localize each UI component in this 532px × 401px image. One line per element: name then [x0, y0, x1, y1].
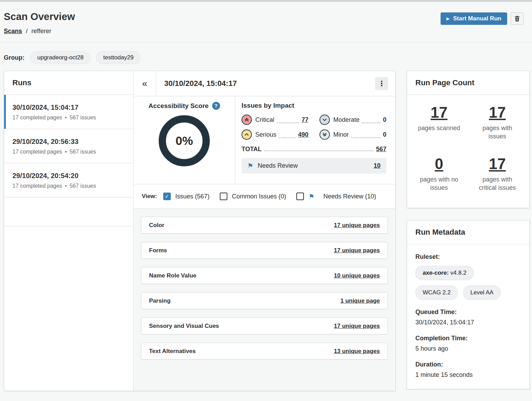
- breadcrumb-separator: /: [26, 28, 28, 35]
- collapse-runs-button[interactable]: «: [134, 71, 156, 96]
- duration-field: Duration: 1 minute 15 seconds: [415, 361, 521, 379]
- dotted-leader: [352, 137, 380, 138]
- stat-label: pages scanned: [415, 124, 464, 132]
- view-option-needs-review[interactable]: ⚑ Needs Review (10): [296, 193, 376, 200]
- run-item-summary: 17 completed pages • 567 issues: [12, 149, 125, 155]
- delete-scan-button[interactable]: [511, 12, 524, 25]
- run-page-count-title: Run Page Count: [407, 71, 529, 95]
- run-list-item[interactable]: 30/10/2024, 15:04:17 17 completed pages …: [4, 95, 133, 129]
- ruleset-label: Ruleset:: [415, 253, 521, 261]
- header-actions: ▶ Start Manual Run: [441, 12, 524, 25]
- main-content: Runs 30/10/2024, 15:04:17 17 completed p…: [4, 71, 524, 391]
- flag-icon: ⚑: [308, 193, 314, 200]
- category-pages-link[interactable]: 10 unique pages: [334, 272, 380, 279]
- category-label: Color: [149, 222, 164, 229]
- run-item-summary: 17 completed pages • 567 issues: [12, 115, 125, 121]
- runs-list-end-divider: [4, 197, 133, 226]
- run-item-date: 29/10/2024, 20:54:20: [12, 172, 125, 180]
- breadcrumb-scans-link[interactable]: Scans: [4, 28, 22, 35]
- needs-review-count-link[interactable]: 10: [374, 162, 381, 169]
- stat-value-link[interactable]: 17: [489, 155, 506, 173]
- run-detail-header: « 30/10/2024, 15:04:17 ⋮: [134, 71, 395, 96]
- run-list-item[interactable]: 29/10/2024, 20:54:20 17 completed pages …: [4, 163, 133, 197]
- moderate-severity-icon: [319, 115, 330, 125]
- dotted-leader: [264, 150, 373, 151]
- view-option-common-issues[interactable]: Common Issues (0): [220, 193, 286, 200]
- help-icon[interactable]: ?: [212, 102, 220, 110]
- breadcrumb-current: refferer: [31, 28, 51, 35]
- total-row: TOTAL 567: [242, 146, 386, 153]
- impact-row-minor: Minor 0: [319, 129, 386, 140]
- run-item-date: 29/10/2024, 20:56:33: [12, 138, 125, 146]
- ruleset-chip-version: v4.8.2: [451, 270, 466, 276]
- header-divider: [0, 42, 532, 42]
- checkmark-icon: ✓: [165, 193, 169, 199]
- serious-count-link[interactable]: 490: [298, 131, 308, 138]
- ruleset-chip-text: Level AA: [470, 289, 493, 296]
- queued-time-label: Queued Time:: [415, 309, 521, 316]
- scan-panel: Runs 30/10/2024, 15:04:17 17 completed p…: [4, 71, 396, 391]
- impact-label: Critical: [255, 116, 274, 124]
- impact-row-critical: Critical 77: [242, 115, 308, 125]
- critical-count-link[interactable]: 77: [302, 116, 308, 124]
- category-pages-link[interactable]: 1 unique page: [341, 297, 380, 304]
- category-row-color: Color 17 unique pages: [141, 217, 388, 234]
- category-label: Forms: [149, 247, 167, 254]
- category-label: Text Alternatives: [149, 348, 196, 355]
- group-chip[interactable]: testtoday29: [96, 51, 140, 64]
- score-donut: 0%: [159, 115, 210, 166]
- ruleset-chip-level: Level AA: [463, 285, 501, 300]
- category-row-forms: Forms 17 unique pages: [141, 242, 388, 259]
- kebab-icon: ⋮: [378, 80, 385, 87]
- checkbox-common-issues[interactable]: [220, 193, 227, 200]
- stat-value-link[interactable]: 17: [489, 104, 506, 121]
- trash-icon: [514, 16, 520, 22]
- total-count-link[interactable]: 567: [376, 146, 386, 153]
- run-item-summary: 17 completed pages • 567 issues: [12, 183, 125, 189]
- play-icon: ▶: [446, 17, 450, 21]
- bullet-separator: •: [65, 149, 67, 155]
- accessibility-score-section: Accessibility Score ? 0%: [134, 96, 235, 184]
- stat-value-link[interactable]: 0: [435, 155, 443, 173]
- category-label: Parsing: [149, 297, 170, 304]
- needs-review-label: Needs Review: [258, 162, 298, 169]
- stat-label: pages with critical issues: [473, 175, 522, 192]
- ruleset-chip-text: WCAG 2.2: [423, 289, 451, 296]
- checkbox-issues[interactable]: ✓: [163, 193, 171, 200]
- duration-value: 1 minute 15 seconds: [415, 371, 521, 379]
- category-pages-link[interactable]: 17 unique pages: [334, 247, 380, 254]
- accessibility-score-heading: Accessibility Score ?: [148, 102, 220, 110]
- view-option-issues[interactable]: ✓ Issues (567): [163, 193, 209, 200]
- run-item-issues: 567 issues: [70, 149, 96, 155]
- collapse-icon: «: [142, 78, 147, 89]
- category-pages-link[interactable]: 17 unique pages: [334, 323, 380, 330]
- accessibility-score-title: Accessibility Score: [148, 102, 208, 110]
- score-value: 0%: [176, 134, 193, 148]
- group-chip[interactable]: upgradeorg-oct28: [30, 51, 90, 64]
- run-metadata-body: Ruleset: axe-core:v4.8.2 WCAG 2.2 Level …: [407, 244, 529, 388]
- category-pages-link[interactable]: 17 unique pages: [334, 222, 380, 229]
- run-page-count-stats: 17 pages scanned 17 pages with issues 0 …: [407, 95, 529, 192]
- issue-categories-list: Color 17 unique pages Forms 17 unique pa…: [134, 209, 395, 391]
- stat-value-link[interactable]: 17: [431, 104, 447, 121]
- run-menu-button[interactable]: ⋮: [375, 77, 388, 90]
- duration-label: Duration:: [415, 361, 521, 368]
- impact-row-serious: Serious 490: [242, 129, 308, 140]
- run-list-item[interactable]: 29/10/2024, 20:56:33 17 completed pages …: [4, 129, 133, 163]
- queued-time-field: Queued Time: 30/10/2024, 15:04:17: [415, 309, 521, 326]
- group-row: Group: upgradeorg-oct28 testtoday29: [4, 51, 532, 64]
- category-label: Sensory and Visual Cues: [149, 323, 219, 330]
- flag-icon: ⚑: [247, 163, 253, 169]
- minor-count: 0: [383, 131, 386, 138]
- category-row-sensory-visual-cues: Sensory and Visual Cues 17 unique pages: [141, 317, 388, 334]
- stat-label: pages with issues: [473, 124, 522, 141]
- completion-time-field: Completion Time: 5 hours ago: [415, 335, 521, 352]
- breadcrumb: Scans / refferer: [4, 28, 524, 35]
- start-manual-run-button[interactable]: ▶ Start Manual Run: [441, 12, 507, 25]
- stat-pages-with-issues: 17 pages with issues: [468, 104, 526, 141]
- category-pages-link[interactable]: 13 unique pages: [334, 348, 380, 355]
- bullet-separator: •: [65, 183, 67, 189]
- run-item-issues: 567 issues: [70, 183, 96, 189]
- category-row-text-alternatives: Text Alternatives 13 unique pages: [141, 343, 388, 360]
- checkbox-needs-review[interactable]: [296, 193, 304, 200]
